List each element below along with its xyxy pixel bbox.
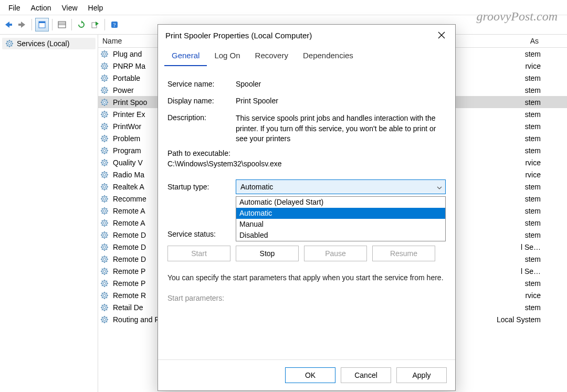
gear-icon [100, 146, 109, 155]
properties-button[interactable] [35, 18, 49, 31]
tab-recovery[interactable]: Recovery [248, 46, 296, 66]
gear-icon [100, 122, 109, 131]
toolbar-separator [32, 19, 32, 30]
refresh-button[interactable] [75, 18, 88, 31]
value-service-name: Spooler [236, 80, 446, 88]
close-icon [438, 31, 445, 39]
svg-rect-13 [18, 24, 22, 26]
dialog-titlebar[interactable]: Print Spooler Properties (Local Computer… [158, 25, 455, 46]
option-automatic[interactable]: Automatic [236, 208, 445, 219]
service-name-cell: Power [113, 86, 134, 94]
tree-item-services-local[interactable]: Services (Local) [2, 38, 96, 49]
apply-button[interactable]: Apply [396, 367, 447, 383]
gear-icon [100, 279, 109, 288]
label-display-name: Display name: [167, 97, 236, 105]
gear-icon [100, 134, 109, 143]
properties-dialog: Print Spooler Properties (Local Computer… [158, 24, 456, 391]
help-button[interactable]: ? [108, 18, 121, 31]
export-icon [91, 20, 99, 29]
arrow-right-icon [17, 20, 27, 29]
label-startup-type: Startup type: [167, 183, 236, 191]
svg-marker-21 [96, 22, 99, 26]
gear-icon [100, 255, 109, 263]
stop-button[interactable]: Stop [236, 246, 299, 261]
cancel-button[interactable]: Cancel [341, 367, 391, 383]
gear-icon [100, 74, 109, 82]
column-logon[interactable]: As [446, 35, 567, 47]
menu-help[interactable]: Help [83, 3, 109, 13]
value-display-name: Print Spooler [236, 97, 446, 105]
service-name-cell: Portable [113, 74, 140, 82]
arrow-left-icon [4, 20, 13, 29]
menu-file[interactable]: File [3, 3, 26, 13]
service-name-cell: PNRP Ma [113, 62, 145, 70]
svg-rect-15 [39, 22, 45, 23]
gear-icon [100, 267, 109, 276]
service-name-cell: Program [113, 146, 141, 155]
service-name-cell: Remote P [113, 267, 145, 276]
gear-icon [100, 231, 109, 239]
dialog-title: Print Spooler Properties (Local Computer… [165, 31, 433, 40]
label-service-status: Service status: [167, 230, 236, 238]
service-name-cell: Remote D [113, 231, 146, 239]
gear-icon [100, 50, 109, 58]
service-name-cell: Printer Ex [113, 110, 145, 119]
tab-general[interactable]: General [164, 46, 207, 66]
label-description: Description: [167, 113, 236, 144]
refresh-icon [77, 20, 86, 29]
gear-icon [100, 291, 109, 300]
option-manual[interactable]: Manual [236, 219, 445, 230]
show-hide-button[interactable] [56, 18, 68, 31]
gear-icon [100, 98, 109, 107]
export-button[interactable] [89, 18, 101, 31]
option-disabled[interactable]: Disabled [236, 230, 445, 241]
svg-marker-10 [5, 22, 9, 28]
dialog-tabs: General Log On Recovery Dependencies [158, 46, 455, 66]
start-params-hint: You can specify the start parameters tha… [167, 273, 446, 283]
service-name-cell: PrintWor [113, 122, 141, 131]
value-description: This service spools print jobs and handl… [236, 113, 446, 144]
startup-type-selected-value: Automatic [240, 183, 273, 191]
gear-icon [100, 219, 109, 227]
gear-icon [100, 183, 109, 191]
gear-icon [100, 110, 109, 119]
tab-logon[interactable]: Log On [207, 46, 247, 66]
start-button: Start [167, 246, 230, 261]
label-service-name: Service name: [167, 80, 236, 88]
menu-action[interactable]: Action [26, 3, 57, 13]
close-button[interactable] [433, 27, 450, 44]
service-name-cell: Remote D [113, 255, 146, 263]
chevron-down-icon [437, 183, 442, 191]
gear-icon [100, 62, 109, 70]
service-name-cell: Quality V [113, 158, 143, 167]
forward-button[interactable] [16, 18, 28, 31]
label-path: Path to executable: [167, 149, 446, 157]
tab-dependencies[interactable]: Dependencies [296, 46, 361, 66]
service-name-cell: Remote A [113, 219, 145, 227]
service-name-cell: Remote P [113, 279, 145, 288]
dialog-footer: OK Cancel Apply [158, 359, 455, 390]
service-name-cell: Recomme [113, 195, 146, 203]
ok-button[interactable]: OK [285, 367, 335, 383]
toolbar-separator [71, 19, 72, 30]
watermark-text: groovyPost.com [477, 9, 558, 24]
svg-marker-19 [81, 20, 83, 24]
service-name-cell: Realtek A [113, 183, 144, 191]
startup-type-combobox[interactable]: Automatic [236, 179, 446, 194]
pause-button: Pause [304, 246, 367, 261]
option-automatic-delayed[interactable]: Automatic (Delayed Start) [236, 197, 445, 208]
service-name-cell: Retail De [113, 303, 143, 312]
gear-icon [100, 243, 109, 251]
help-icon: ? [110, 20, 119, 29]
svg-rect-11 [9, 24, 12, 26]
menu-view[interactable]: View [56, 3, 82, 13]
toolbar-separator [104, 19, 105, 30]
tree-pane: Services (Local) [0, 35, 98, 392]
service-name-cell: Problem [113, 134, 140, 143]
back-button[interactable] [2, 18, 15, 31]
gear-icon [100, 171, 109, 179]
resume-button: Resume [372, 246, 435, 261]
service-name-cell: Remote R [113, 291, 146, 300]
gear-icon [100, 315, 109, 324]
startup-type-dropdown[interactable]: Automatic (Delayed Start) Automatic Manu… [236, 196, 446, 241]
